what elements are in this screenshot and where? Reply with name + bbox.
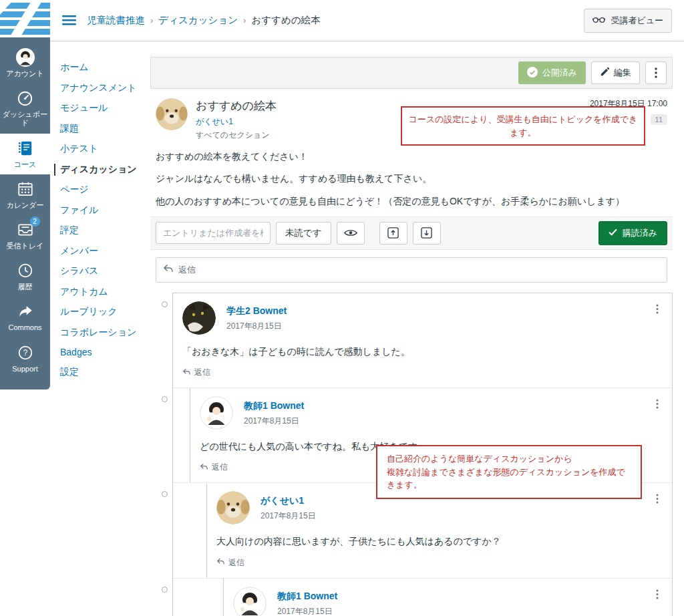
- sidebar-item-inbox[interactable]: 2 受信トレイ: [0, 215, 50, 256]
- comment: 教師1 Bownet 2017年8月15日 読み聞かせで盛り上がるような本ではあ…: [223, 579, 672, 616]
- sidebar-item-dashboard[interactable]: ダッシュボード: [0, 84, 50, 133]
- sidebar-item-label: カレンダー: [6, 201, 43, 210]
- breadcrumb: 児童読書推進 › ディスカッション › おすすめの絵本: [87, 14, 321, 27]
- comment-reply-link[interactable]: 返信: [216, 557, 244, 569]
- topic-author-avatar[interactable]: [156, 98, 188, 130]
- replies-toolbar: 未読です 購読済み: [150, 216, 673, 250]
- sidebar-item-courses[interactable]: コース: [0, 134, 50, 174]
- course-nav-item-files[interactable]: ファイル: [60, 204, 148, 216]
- course-nav-item-grades[interactable]: 評定: [60, 224, 148, 237]
- comment-date: 2017年8月15日: [277, 606, 337, 616]
- commenter-avatar[interactable]: [216, 491, 250, 524]
- course-nav-item-pages[interactable]: ページ: [60, 184, 148, 196]
- account-avatar-icon: [15, 47, 35, 67]
- unread-indicator-icon[interactable]: [162, 587, 168, 593]
- comment-text: 大人向けの内容に思いますが、子供たちにも人気はあるのですか？: [216, 534, 663, 548]
- topic-author-link[interactable]: がくせい1: [196, 116, 233, 128]
- sidebar-item-commons[interactable]: Commons: [0, 297, 50, 337]
- course-nav-item-badges[interactable]: Badges: [60, 347, 148, 357]
- commenter-name-link[interactable]: 学生2 Bownet: [226, 305, 287, 316]
- sidebar-item-label: Commons: [8, 323, 41, 332]
- reply-placeholder-label: 返信: [178, 264, 196, 276]
- annotation-callout-discussion-types: 自己紹介のような簡単なディスカッションから 複雑な討論までさまざまな形態のディス…: [376, 445, 642, 499]
- student-view-label: 受講者ビュー: [611, 15, 663, 27]
- hamburger-menu-icon[interactable]: [59, 13, 79, 28]
- collapse-replies-button[interactable]: [379, 222, 407, 245]
- comment-options-kebab-button[interactable]: [652, 491, 663, 508]
- edit-label: 編集: [614, 67, 631, 79]
- breadcrumb-course-link[interactable]: 児童読書推進: [87, 14, 145, 27]
- topic-body: おすすめの絵本を教えてください！ ジャンルはなんでも構いません。すすめる理由も教…: [156, 150, 667, 208]
- global-nav-sidebar: アカウント ダッシュボード: [0, 0, 50, 390]
- commenter-name-link[interactable]: 教師1 Bownet: [244, 400, 304, 411]
- reply-link-label: 返信: [212, 462, 228, 473]
- commons-share-arrow-icon: [15, 301, 35, 321]
- annotation-line: 自己紹介のような簡単なディスカッションから: [387, 452, 631, 466]
- published-status-button[interactable]: 公開済み: [518, 61, 586, 84]
- history-clock-icon: [15, 261, 35, 281]
- course-nav-item-rubrics[interactable]: ルーブリック: [60, 306, 148, 318]
- course-nav-item-outcomes[interactable]: アウトカム: [60, 286, 148, 298]
- inbox-envelope-icon: 2: [15, 220, 35, 240]
- breadcrumb-separator: ›: [243, 15, 246, 25]
- sidebar-item-label: 履歴: [18, 283, 33, 291]
- course-nav-item-home[interactable]: ホーム: [60, 61, 148, 73]
- svg-text:?: ?: [23, 348, 27, 357]
- topic-paragraph: 他の人のおすすめ本についての意見も自由にどうぞ！（否定の意見もOKですが、お手柔…: [156, 194, 667, 208]
- student-view-button[interactable]: 受講者ビュー: [584, 9, 672, 33]
- course-nav-item-quizzes[interactable]: 小テスト: [60, 143, 148, 155]
- comment-date: 2017年8月15日: [226, 321, 287, 332]
- comment-options-kebab-button[interactable]: [652, 587, 663, 604]
- search-input[interactable]: [156, 222, 271, 244]
- course-nav-item-collaborations[interactable]: コラボレーション: [60, 327, 148, 339]
- comment-date: 2017年8月15日: [244, 416, 304, 427]
- sidebar-item-account[interactable]: アカウント: [0, 43, 50, 84]
- course-nav-item-assignments[interactable]: 課題: [60, 123, 148, 135]
- course-nav-item-discussions[interactable]: ディスカッション: [54, 164, 148, 176]
- course-nav-item-people[interactable]: メンバー: [60, 245, 148, 257]
- commenter-avatar[interactable]: [182, 301, 216, 335]
- courses-book-icon: [15, 138, 35, 158]
- expand-replies-button[interactable]: [413, 222, 441, 245]
- annotation-line: 複雑な討論までさまざまな形態のディスカッションを作成できます。: [387, 466, 631, 492]
- unread-indicator-icon[interactable]: [162, 491, 168, 497]
- brand-logo[interactable]: [0, 0, 50, 37]
- topic-reply-field[interactable]: 返信: [156, 257, 667, 283]
- edit-button[interactable]: 編集: [591, 61, 640, 84]
- top-header: 児童読書推進 › ディスカッション › おすすめの絵本 受講者ビュー: [50, 0, 684, 41]
- pencil-icon: [600, 67, 610, 79]
- reply-arrow-icon: [200, 463, 208, 472]
- course-nav-item-announcements[interactable]: アナウンスメント: [60, 82, 148, 94]
- comment-options-kebab-button[interactable]: [652, 301, 663, 319]
- comment: 学生2 Bownet 2017年8月15日 「おおきな木」は子どもの時に読んで感…: [173, 293, 672, 388]
- unread-indicator-icon[interactable]: [162, 396, 168, 402]
- commenter-name-link[interactable]: がくせい1: [261, 495, 304, 506]
- sidebar-item-history[interactable]: 履歴: [0, 256, 50, 297]
- visibility-eye-button[interactable]: [337, 222, 365, 245]
- reply-link-label: 返信: [228, 557, 244, 569]
- sidebar-item-calendar[interactable]: カレンダー: [0, 174, 50, 215]
- comment-options-kebab-button[interactable]: [652, 396, 663, 414]
- topic-options-kebab-button[interactable]: [645, 61, 667, 84]
- sidebar-item-label: アカウント: [6, 69, 43, 78]
- topic-paragraph: おすすめの絵本を教えてください！: [156, 150, 667, 163]
- topic-action-bar: 公開済み 編集: [150, 57, 673, 89]
- course-nav-item-settings[interactable]: 設定: [60, 366, 148, 378]
- sidebar-item-support[interactable]: ? Support: [0, 338, 50, 379]
- comment-reply-link[interactable]: 返信: [182, 367, 210, 378]
- course-nav-item-modules[interactable]: モジュール: [60, 102, 148, 114]
- reply-arrow-icon: [182, 368, 191, 377]
- unread-filter-button[interactable]: 未読です: [276, 222, 331, 245]
- commenter-avatar[interactable]: [200, 396, 233, 430]
- commenter-name-link[interactable]: 教師1 Bownet: [277, 591, 337, 601]
- comment-reply-link[interactable]: 返信: [200, 462, 228, 473]
- subscribed-button[interactable]: 購読済み: [598, 221, 667, 245]
- sidebar-item-label: 受信トレイ: [7, 242, 44, 251]
- commenter-avatar[interactable]: [233, 587, 267, 616]
- breadcrumb-discussions-link[interactable]: ディスカッション: [158, 14, 238, 27]
- course-nav-item-syllabus[interactable]: シラバス: [60, 265, 148, 277]
- reply-link-label: 返信: [194, 367, 210, 378]
- comment-thread-row: 学生2 Bownet 2017年8月15日 「おおきな木」は子どもの時に読んで感…: [173, 293, 672, 388]
- check-icon: [609, 228, 617, 238]
- unread-indicator-icon[interactable]: [162, 301, 168, 307]
